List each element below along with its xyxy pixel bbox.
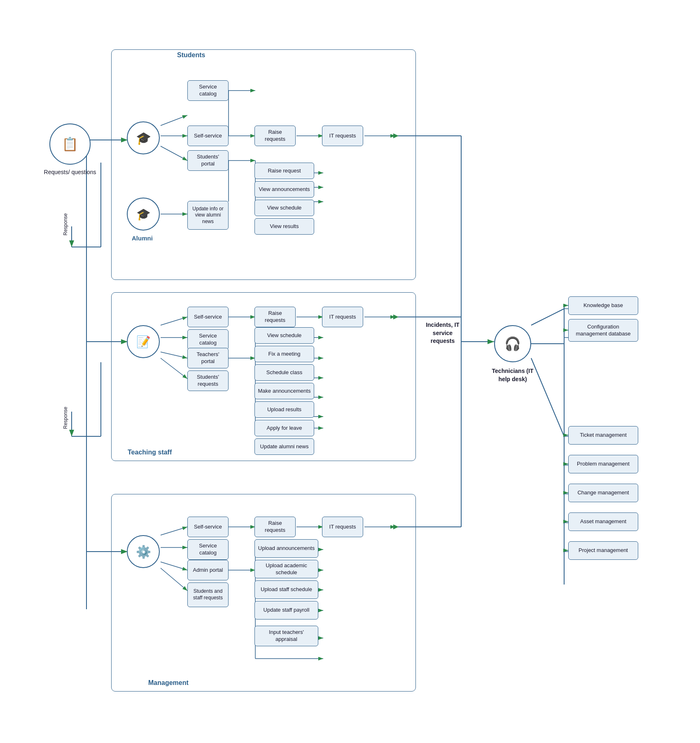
- mgmt-input-teachers-appraisal: Input teachers' appraisal: [254, 626, 318, 646]
- alumni-icon: 🎓: [127, 198, 160, 231]
- teaching-service-catalog: Service catalog: [187, 329, 229, 350]
- students-service-catalog: Service catalog: [187, 80, 229, 101]
- mgmt-upload-staff-schedule: Upload staff schedule: [254, 580, 318, 599]
- alumni-label: Alumni: [132, 235, 153, 242]
- project-mgmt-box: Project management: [568, 541, 638, 560]
- diagram-container: 📋 Requests/ questions Response Response …: [0, 0, 700, 743]
- teaching-raise-requests: Raise requests: [254, 307, 296, 327]
- teaching-staff-title: Teaching staff: [128, 449, 172, 456]
- teaching-staff-icon: 📝: [127, 325, 160, 358]
- config-mgmt-box: Configuration management database: [568, 319, 638, 342]
- mgmt-service-catalog: Service catalog: [187, 539, 229, 560]
- technicians-icon: 🎧: [494, 325, 531, 362]
- students-raise-request: Raise request: [254, 163, 314, 179]
- teaching-make-announcements: Make announcements: [254, 383, 314, 399]
- teaching-fix-meeting: Fix a meeting: [254, 346, 314, 362]
- teaching-view-schedule: View schedule: [254, 327, 314, 344]
- teaching-apply-leave: Apply for leave: [254, 420, 314, 436]
- students-portal: Students' portal: [187, 150, 229, 171]
- students-view-schedule: View schedule: [254, 200, 314, 216]
- mgmt-update-staff-payroll: Update staff payroll: [254, 601, 318, 620]
- asset-mgmt-box: Asset management: [568, 512, 638, 531]
- response-label-2: Response: [63, 391, 68, 445]
- mgmt-upload-announcements: Upload announcements: [254, 539, 318, 558]
- students-raise-requests: Raise requests: [254, 126, 296, 146]
- teaching-update-alumni-news: Update alumni news: [254, 438, 314, 455]
- incidents-label: Incidents, IT service requests: [420, 321, 465, 345]
- teaching-teachers-portal: Teachers' portal: [187, 348, 229, 368]
- students-view-announcements: View announcements: [254, 181, 314, 198]
- teaching-upload-results: Upload results: [254, 401, 314, 418]
- ticket-mgmt-box: Ticket management: [568, 426, 638, 445]
- mgmt-it-requests: IT requests: [322, 517, 363, 537]
- students-icon: 🎓: [127, 121, 160, 154]
- teaching-students-requests: Students' requests: [187, 370, 229, 391]
- mgmt-students-staff-requests: Students and staff requests: [187, 582, 229, 607]
- problem-mgmt-box: Problem management: [568, 455, 638, 473]
- knowledge-base-box: Knowledge base: [568, 296, 638, 315]
- mgmt-self-service: Self-service: [187, 517, 229, 537]
- svg-line-73: [531, 309, 564, 325]
- requests-questions-label: Requests/ questions: [39, 169, 101, 175]
- response-label-1: Response: [63, 198, 68, 251]
- teaching-self-service: Self-service: [187, 307, 229, 327]
- students-view-results: View results: [254, 218, 314, 235]
- mgmt-raise-requests: Raise requests: [254, 517, 296, 537]
- mgmt-upload-academic: Upload academic schedule: [254, 560, 318, 578]
- students-it-requests: IT requests: [322, 126, 363, 146]
- students-self-service: Self-service: [187, 126, 229, 146]
- management-icon: ⚙️: [127, 535, 160, 568]
- requests-questions-icon: 📋: [49, 123, 91, 165]
- technicians-label: Technicians (IT help desk): [488, 367, 537, 383]
- mgmt-admin-portal: Admin portal: [187, 560, 229, 580]
- change-mgmt-box: Change management: [568, 484, 638, 502]
- teaching-it-requests: IT requests: [322, 307, 363, 327]
- teaching-schedule-class: Schedule class: [254, 364, 314, 381]
- students-title: Students: [177, 51, 205, 59]
- management-title: Management: [148, 679, 189, 687]
- alumni-update-info: Update info or view alumni news: [187, 201, 229, 230]
